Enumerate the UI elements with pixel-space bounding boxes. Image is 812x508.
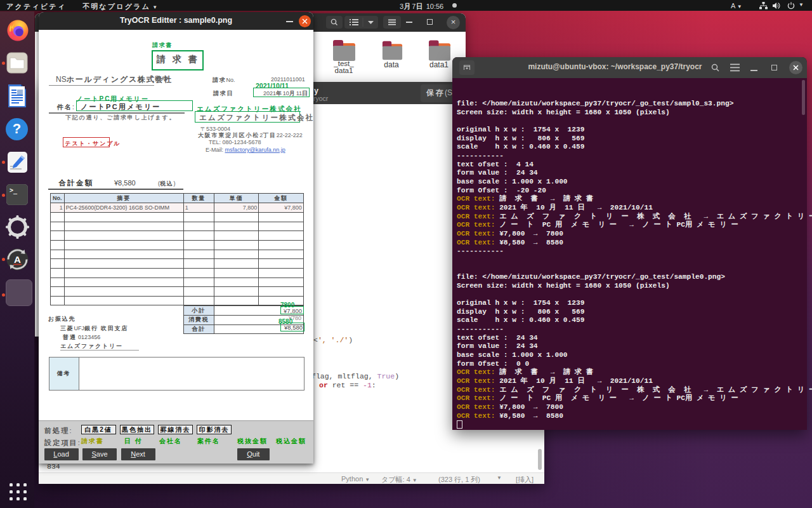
svg-text:>_: >_ bbox=[10, 187, 18, 194]
svg-text:A: A bbox=[14, 254, 21, 265]
